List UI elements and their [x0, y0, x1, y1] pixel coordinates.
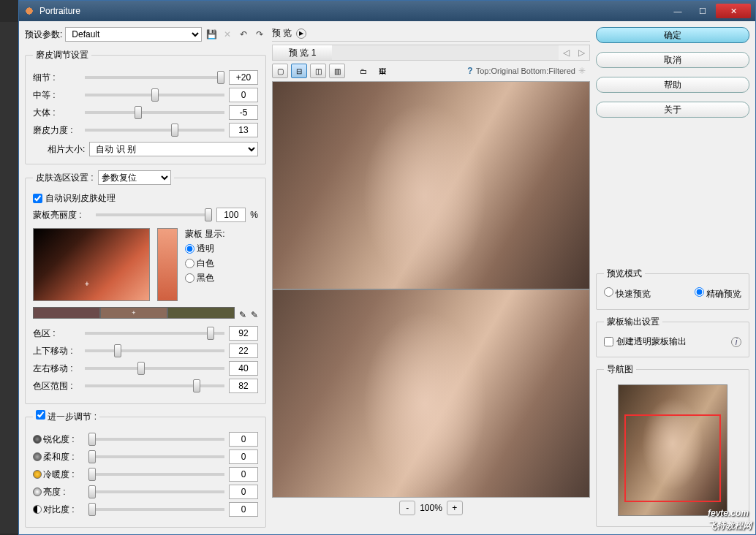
warm-slider[interactable] [88, 473, 224, 476]
preview-mode-group: 预览模式 快速预览 精确预览 [596, 268, 749, 310]
zoom-out-button[interactable]: - [399, 501, 415, 515]
mask-brightness-slider[interactable] [96, 213, 212, 216]
mask-black-radio[interactable] [185, 273, 194, 283]
sharp-value[interactable] [229, 432, 258, 447]
fine-slider[interactable] [85, 76, 224, 79]
navigator-group: 导航图 [596, 363, 749, 527]
leftright-value[interactable] [229, 361, 258, 376]
mask-transparent-radio[interactable] [185, 244, 194, 254]
mask-brightness-label: 蒙板亮丽度 : [33, 209, 91, 221]
view-split-h-button[interactable]: ⊟ [291, 64, 307, 78]
enhance-legend: 进一步调节 : [48, 411, 97, 422]
eyedropper-plus-icon[interactable]: ✎ [251, 310, 258, 320]
save-preset-icon[interactable]: 💾 [205, 28, 218, 41]
bright-slider[interactable] [88, 490, 224, 493]
contrast-icon [33, 505, 42, 514]
large-label: 大体 : [33, 107, 80, 119]
help-icon[interactable]: ? [467, 66, 472, 76]
close-button[interactable]: ✕ [716, 4, 751, 18]
preset-select[interactable]: Default [65, 27, 202, 42]
sharp-slider[interactable] [88, 438, 224, 441]
view-single-button[interactable]: ▢ [272, 64, 288, 78]
mask-output-group: 蒙板输出设置 创建透明蒙板输出 i [596, 316, 749, 357]
hue-swatch-2[interactable]: + [100, 307, 167, 319]
bright-icon [33, 487, 42, 496]
fine-value[interactable] [229, 70, 258, 85]
preview-legend: 预 览 [272, 27, 292, 39]
auto-skin-label: 自动识别皮肤处理 [45, 192, 116, 205]
minimize-button[interactable]: — [666, 4, 689, 18]
preview-prev-icon[interactable]: ◁ [559, 48, 574, 58]
preview-tab-1[interactable]: 预 览 1 [273, 45, 332, 60]
zoom-in-button[interactable]: + [447, 501, 463, 515]
percent-label: % [250, 210, 258, 220]
contrast-slider[interactable] [88, 508, 224, 511]
soft-value[interactable] [229, 449, 258, 464]
range-value[interactable] [229, 379, 258, 393]
folder-icon[interactable]: 🗀 [355, 64, 371, 78]
view-side-button[interactable]: ▥ [329, 64, 345, 78]
updown-slider[interactable] [85, 349, 224, 352]
preview-mode-legend: 预览模式 [604, 268, 645, 280]
range-label: 色区范围 : [33, 380, 80, 392]
camera-icon[interactable]: 🖽 [374, 64, 390, 78]
large-value[interactable] [229, 105, 258, 120]
enhance-group: 进一步调节 : 锐化度 : 柔和度 : 冷暖度 : 亮度 [25, 410, 266, 528]
leftright-slider[interactable] [85, 367, 224, 370]
photosize-select[interactable]: 自动 识 别 [89, 142, 258, 156]
hue-slider[interactable] [85, 332, 224, 335]
titlebar[interactable]: Portraiture — ☐ ✕ [19, 1, 755, 21]
strength-value[interactable] [229, 123, 258, 137]
warm-icon [33, 470, 42, 479]
view-split-v-button[interactable]: ◫ [310, 64, 326, 78]
redo-icon[interactable]: ↷ [253, 28, 266, 41]
hue-swatch-3[interactable] [167, 307, 235, 319]
enhance-checkbox[interactable] [36, 410, 45, 420]
strength-label: 磨皮力度 : [33, 124, 80, 137]
medium-value[interactable] [229, 88, 258, 102]
skin-reset-select[interactable]: 参数复位 [98, 170, 171, 185]
precise-preview-radio[interactable] [695, 287, 704, 297]
warm-value[interactable] [229, 467, 258, 482]
preview-pane[interactable] [272, 81, 590, 498]
range-slider[interactable] [85, 384, 224, 387]
strength-slider[interactable] [85, 129, 224, 132]
mask-white-radio[interactable] [185, 259, 194, 268]
loading-icon: ✳ [578, 66, 590, 76]
smoothing-group: 磨皮调节设置 细节 : 中等 : 大体 : 磨皮力度 : [25, 49, 266, 164]
cancel-button[interactable]: 取消 [596, 52, 749, 68]
medium-label: 中等 : [33, 89, 80, 102]
help-button[interactable]: 帮助 [596, 77, 749, 93]
hue-value[interactable] [229, 326, 258, 341]
create-mask-checkbox[interactable] [604, 337, 613, 346]
mask-brightness-value[interactable] [216, 208, 246, 222]
sharp-icon [33, 435, 42, 444]
maximize-button[interactable]: ☐ [691, 4, 714, 18]
info-icon[interactable]: i [731, 337, 741, 347]
auto-skin-checkbox[interactable] [33, 194, 42, 203]
soft-slider[interactable] [88, 455, 224, 458]
skin-tone-strip[interactable] [157, 228, 178, 301]
warm-label: 冷暖度 : [43, 468, 75, 481]
fast-preview-radio[interactable] [604, 287, 613, 297]
navigator-viewport[interactable] [624, 414, 721, 502]
about-button[interactable]: 关于 [596, 102, 749, 118]
delete-preset-icon[interactable]: ✕ [221, 28, 234, 41]
preview-play-icon[interactable]: ▶ [296, 29, 306, 39]
navigator-image[interactable] [618, 384, 727, 516]
smoothing-legend: 磨皮调节设置 [33, 49, 91, 61]
contrast-label: 对比度 : [43, 504, 75, 516]
mask-show-label: 蒙板 显示: [185, 228, 225, 240]
skin-color-picker[interactable] [33, 228, 150, 301]
contrast-value[interactable] [229, 502, 258, 517]
ok-button[interactable]: 确定 [596, 27, 749, 43]
updown-value[interactable] [229, 344, 258, 358]
bright-value[interactable] [229, 485, 258, 499]
undo-icon[interactable]: ↶ [237, 28, 250, 41]
eyedropper-icon[interactable]: ✎ [239, 310, 246, 320]
large-slider[interactable] [85, 111, 224, 114]
preview-next-icon[interactable]: ▷ [574, 48, 589, 58]
medium-slider[interactable] [85, 94, 224, 96]
preset-label: 预设参数: [25, 29, 62, 41]
hue-swatch-1[interactable] [33, 307, 100, 319]
